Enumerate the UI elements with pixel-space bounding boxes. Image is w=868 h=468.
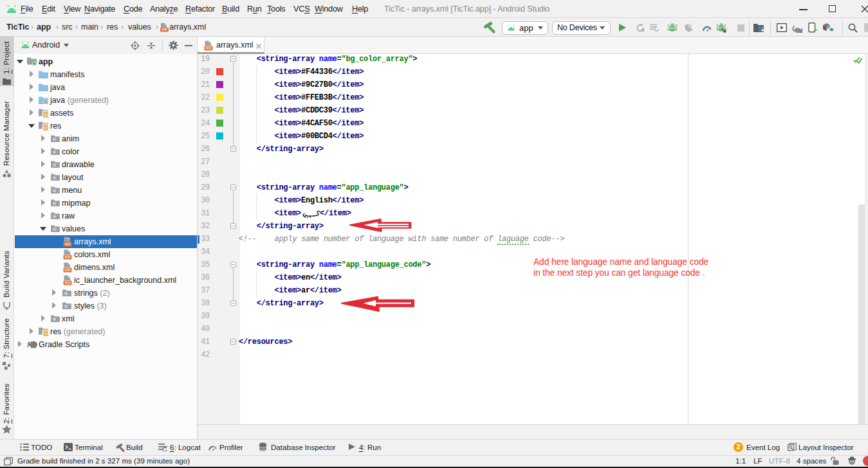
svg-text:A: A bbox=[641, 27, 645, 33]
svg-text:<>: <> bbox=[65, 267, 70, 273]
svg-text:<>: <> bbox=[206, 46, 211, 51]
svg-text:<>: <> bbox=[65, 242, 70, 247]
svg-text:<>: <> bbox=[65, 280, 70, 285]
svg-text:<>: <> bbox=[162, 28, 167, 32]
svg-text:<>: <> bbox=[65, 255, 70, 260]
